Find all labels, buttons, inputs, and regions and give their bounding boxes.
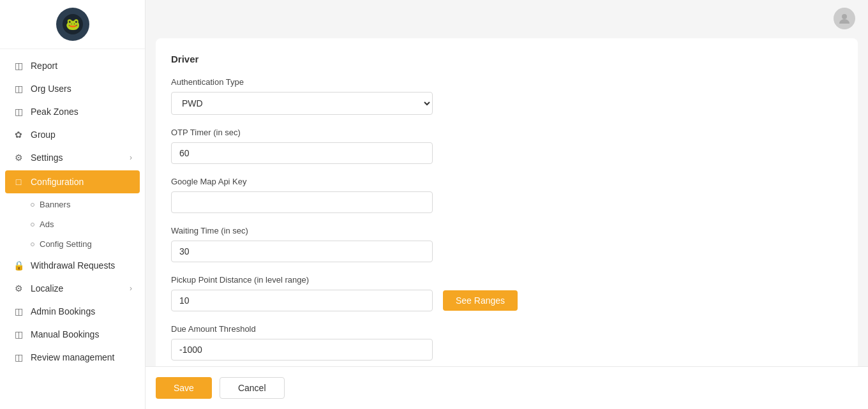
sidebar-item-org-users[interactable]: ◫ Org Users [0, 77, 145, 100]
sidebar: 🐸 ◫ Report ◫ Org Users ◫ Peak Zones ✿ Gr… [0, 0, 146, 409]
org-users-icon: ◫ [13, 84, 24, 94]
sidebar-item-settings[interactable]: ⚙ Settings › [0, 146, 145, 169]
bottom-bar: Save Cancel [146, 366, 868, 409]
sidebar-item-review-management[interactable]: ◫ Review management [0, 346, 145, 369]
pickup-point-distance-group: Pickup Point Distance (in level range) S… [171, 275, 842, 311]
sidebar-nav: ◫ Report ◫ Org Users ◫ Peak Zones ✿ Grou… [0, 49, 145, 374]
google-map-api-key-group: Google Map Api Key [171, 177, 842, 213]
topbar [821, 0, 868, 37]
waiting-time-label: Waiting Time (in sec) [171, 226, 842, 235]
otp-timer-label: OTP Timer (in sec) [171, 128, 842, 137]
sidebar-item-label: Manual Bookings [31, 329, 99, 339]
logo-container: 🐸 [0, 0, 145, 49]
pickup-point-distance-label: Pickup Point Distance (in level range) [171, 275, 842, 285]
withdrawal-icon: 🔒 [13, 260, 24, 271]
authentication-type-label: Authentication Type [171, 77, 842, 87]
authentication-type-select[interactable]: PWD OTP BOTH [171, 92, 433, 115]
manual-bookings-icon: ◫ [13, 329, 24, 339]
chevron-right-icon: › [130, 284, 132, 293]
sidebar-sub-item-banners[interactable]: Banners [0, 195, 145, 214]
sub-dot-icon [31, 223, 34, 227]
sidebar-item-label: Org Users [31, 84, 71, 94]
main-content: Driver Authentication Type PWD OTP BOTH … [146, 0, 868, 409]
content-card: Driver Authentication Type PWD OTP BOTH … [156, 38, 858, 389]
sidebar-item-label: Peak Zones [31, 107, 79, 117]
sub-dot-icon [31, 242, 34, 246]
sidebar-item-manual-bookings[interactable]: ◫ Manual Bookings [0, 323, 145, 346]
sidebar-item-group[interactable]: ✿ Group [0, 123, 145, 146]
sidebar-item-localize[interactable]: ⚙ Localize › [0, 277, 145, 300]
section-title: Driver [171, 54, 842, 64]
sidebar-sub-label: Banners [40, 200, 70, 209]
peak-zones-icon: ◫ [13, 107, 24, 117]
otp-timer-group: OTP Timer (in sec) [171, 128, 842, 164]
sidebar-item-label: Localize [31, 283, 63, 294]
settings-icon: ⚙ [13, 152, 24, 163]
sidebar-item-admin-bookings[interactable]: ◫ Admin Bookings [0, 300, 145, 323]
cancel-button[interactable]: Cancel [220, 377, 285, 399]
due-amount-threshold-group: Due Amount Threshold [171, 324, 842, 361]
review-icon: ◫ [13, 352, 24, 362]
google-map-api-key-label: Google Map Api Key [171, 177, 842, 186]
sidebar-item-label: Admin Bookings [31, 306, 95, 316]
sidebar-sub-item-config-setting[interactable]: Config Setting [0, 234, 145, 254]
sidebar-sub-item-ads[interactable]: Ads [0, 214, 145, 234]
user-avatar[interactable] [834, 8, 855, 29]
chevron-right-icon: › [130, 153, 132, 162]
authentication-type-group: Authentication Type PWD OTP BOTH [171, 77, 842, 115]
sidebar-item-report[interactable]: ◫ Report [0, 54, 145, 77]
sidebar-item-label: Group [31, 130, 56, 140]
sidebar-item-label: Settings [31, 152, 63, 163]
sidebar-item-label: Review management [31, 352, 115, 362]
sidebar-item-peak-zones[interactable]: ◫ Peak Zones [0, 100, 145, 123]
sidebar-item-label: Configuration [31, 177, 84, 187]
otp-timer-input[interactable] [171, 142, 433, 164]
due-amount-threshold-input[interactable] [171, 339, 433, 361]
sidebar-item-configuration[interactable]: □ Configuration [5, 170, 140, 193]
due-amount-threshold-label: Due Amount Threshold [171, 324, 842, 334]
see-ranges-button[interactable]: See Ranges [443, 290, 518, 311]
localize-icon: ⚙ [13, 283, 24, 294]
group-icon: ✿ [13, 130, 24, 140]
pickup-row: See Ranges [171, 290, 842, 311]
svg-text:🐸: 🐸 [66, 17, 80, 31]
logo: 🐸 [56, 8, 89, 41]
sidebar-sub-label: Config Setting [40, 239, 92, 249]
svg-point-3 [842, 14, 847, 19]
sidebar-item-label: Withdrawal Requests [31, 260, 115, 271]
admin-bookings-icon: ◫ [13, 306, 24, 316]
waiting-time-input[interactable] [171, 241, 433, 262]
sub-dot-icon [31, 203, 34, 207]
sidebar-sub-label: Ads [40, 219, 54, 229]
configuration-icon: □ [13, 177, 24, 187]
sidebar-item-label: Report [31, 61, 57, 71]
report-icon: ◫ [13, 61, 24, 71]
save-button[interactable]: Save [156, 377, 212, 399]
sidebar-item-withdrawal-requests[interactable]: 🔒 Withdrawal Requests [0, 254, 145, 277]
pickup-point-distance-input[interactable] [171, 290, 433, 311]
waiting-time-group: Waiting Time (in sec) [171, 226, 842, 262]
google-map-api-key-input[interactable] [171, 191, 433, 213]
